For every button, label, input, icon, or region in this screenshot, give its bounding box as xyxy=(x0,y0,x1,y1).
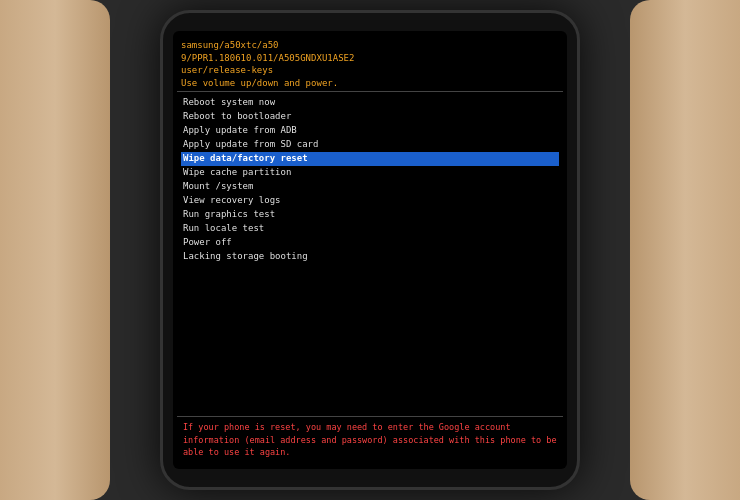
hand-left xyxy=(0,0,110,500)
menu-item-0[interactable]: Reboot system now xyxy=(181,96,559,110)
header-line-3: user/release-keys xyxy=(181,64,559,77)
menu-item-8[interactable]: Run graphics test xyxy=(181,208,559,222)
menu-item-9[interactable]: Run locale test xyxy=(181,222,559,236)
menu-item-11[interactable]: Lacking storage booting xyxy=(181,250,559,264)
menu-section: Reboot system nowReboot to bootloaderApp… xyxy=(177,94,563,413)
header-line-4: Use volume up/down and power. xyxy=(181,77,559,90)
menu-item-10[interactable]: Power off xyxy=(181,236,559,250)
header-section: samsung/a50xtc/a50 9/PPR1.180610.011/A50… xyxy=(177,37,563,92)
header-line-1: samsung/a50xtc/a50 xyxy=(181,39,559,52)
scene: samsung/a50xtc/a50 9/PPR1.180610.011/A50… xyxy=(0,0,740,500)
warning-section: If your phone is reset, you may need to … xyxy=(177,416,563,463)
screen: samsung/a50xtc/a50 9/PPR1.180610.011/A50… xyxy=(173,31,567,469)
warning-text: If your phone is reset, you may need to … xyxy=(183,421,557,459)
menu-item-4[interactable]: Wipe data/factory reset xyxy=(181,152,559,166)
phone: samsung/a50xtc/a50 9/PPR1.180610.011/A50… xyxy=(160,10,580,490)
recovery-menu: samsung/a50xtc/a50 9/PPR1.180610.011/A50… xyxy=(177,37,563,463)
menu-item-2[interactable]: Apply update from ADB xyxy=(181,124,559,138)
header-line-2: 9/PPR1.180610.011/A505GNDXU1ASE2 xyxy=(181,52,559,65)
menu-item-3[interactable]: Apply update from SD card xyxy=(181,138,559,152)
menu-item-5[interactable]: Wipe cache partition xyxy=(181,166,559,180)
menu-item-6[interactable]: Mount /system xyxy=(181,180,559,194)
hand-right xyxy=(630,0,740,500)
menu-item-7[interactable]: View recovery logs xyxy=(181,194,559,208)
menu-item-1[interactable]: Reboot to bootloader xyxy=(181,110,559,124)
